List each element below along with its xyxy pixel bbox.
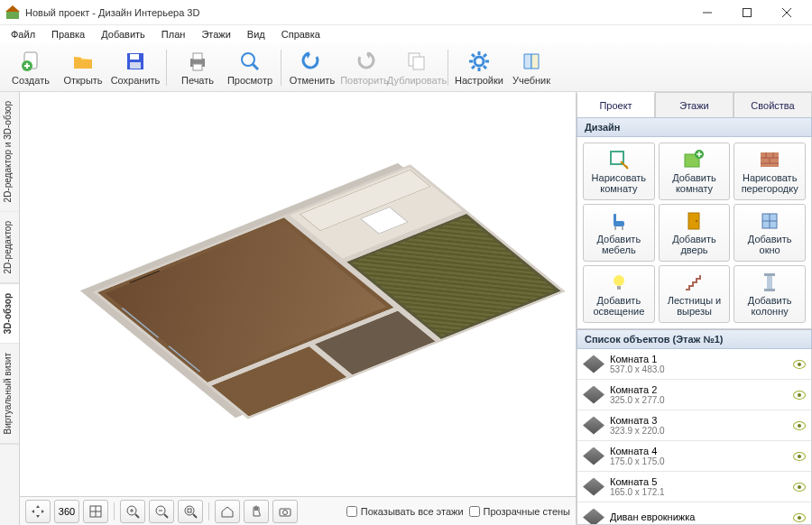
save-button[interactable]: Сохранить xyxy=(110,45,161,90)
svg-rect-0 xyxy=(6,11,19,19)
visibility-icon[interactable] xyxy=(793,391,806,400)
object-row[interactable]: Диван еврокнижка xyxy=(577,502,811,525)
separator xyxy=(208,502,209,520)
zoom-out-button[interactable] xyxy=(149,500,174,523)
object-row[interactable]: Комната 4175.0 x 175.0 xyxy=(577,441,811,472)
tutorial-button[interactable]: Учебник xyxy=(506,45,557,90)
checkbox-input[interactable] xyxy=(346,506,357,517)
redo-icon xyxy=(353,50,376,73)
checkbox-input[interactable] xyxy=(469,506,480,517)
object-name: Комната 1 xyxy=(610,354,788,364)
object-row[interactable]: Комната 5165.0 x 172.1 xyxy=(577,472,811,502)
object-text: Комната 1537.0 x 483.0 xyxy=(610,354,788,374)
grid-toggle-button[interactable] xyxy=(83,500,108,523)
design-label: Добавить окно xyxy=(736,234,803,255)
object-dimensions: 325.0 x 277.0 xyxy=(610,395,788,405)
object-list[interactable]: Комната 1537.0 x 483.0 Комната 2325.0 x … xyxy=(577,349,812,525)
minimize-button[interactable] xyxy=(687,1,727,24)
print-button[interactable]: Печать xyxy=(172,45,223,90)
view-tab[interactable]: 2D-редактор xyxy=(0,212,19,284)
view-tab[interactable]: 3D-обзор xyxy=(0,284,19,344)
menu-этажи[interactable]: Этажи xyxy=(194,27,237,41)
checkbox-Прозрачные стены[interactable]: Прозрачные стены xyxy=(469,506,570,517)
view-tab[interactable]: Виртуальный визит xyxy=(0,344,19,445)
design-bulb-button[interactable]: Добавить освещение xyxy=(583,265,655,323)
design-label: Нарисовать комнату xyxy=(586,172,652,194)
panel-tab-Этажи[interactable]: Этажи xyxy=(655,92,734,117)
design-draw-room-button[interactable]: Нарисовать комнату xyxy=(583,143,655,200)
svg-line-24 xyxy=(484,66,486,69)
menu-правка[interactable]: Правка xyxy=(44,27,92,41)
view-tab[interactable]: 2D-редактор и 3D-обзор xyxy=(0,92,19,212)
create-button[interactable]: Создать xyxy=(5,45,56,90)
zoom-in-button[interactable] xyxy=(120,500,145,523)
book-icon xyxy=(520,50,543,73)
design-column-button[interactable]: Добавить колонну xyxy=(734,265,806,323)
camera-button[interactable] xyxy=(272,500,298,523)
settings-button[interactable]: Настройки xyxy=(454,45,504,90)
gear-icon xyxy=(467,50,491,73)
menu-справка[interactable]: Справка xyxy=(274,27,328,41)
undo-button[interactable]: Отменить xyxy=(287,45,337,90)
design-label: Нарисовать перегородку xyxy=(736,172,803,194)
design-door-button[interactable]: Добавить дверь xyxy=(659,204,731,262)
preview-button[interactable]: Просмотр xyxy=(225,45,275,90)
draw-room-icon xyxy=(608,149,630,170)
visibility-icon[interactable] xyxy=(793,513,806,522)
undo-icon xyxy=(300,50,324,73)
room-icon xyxy=(583,386,604,404)
design-grid: Нарисовать комнатуДобавить комнатуНарисо… xyxy=(577,137,812,329)
design-add-room-button[interactable]: Добавить комнату xyxy=(659,143,731,200)
visibility-icon[interactable] xyxy=(793,483,806,492)
design-window-button[interactable]: Добавить окно xyxy=(734,204,806,262)
svg-point-60 xyxy=(614,275,624,286)
room-5 xyxy=(310,308,440,377)
hand-button[interactable] xyxy=(244,500,269,523)
close-button[interactable] xyxy=(767,1,807,24)
chair-icon xyxy=(608,210,630,232)
design-chair-button[interactable]: Добавить мебель xyxy=(583,204,655,262)
visibility-icon[interactable] xyxy=(793,452,806,461)
svg-point-56 xyxy=(696,220,697,222)
maximize-button[interactable] xyxy=(727,1,767,24)
visibility-icon[interactable] xyxy=(793,360,806,369)
checkbox-Показывать все этажи[interactable]: Показывать все этажи xyxy=(346,506,464,517)
toolbar-label: Дублировать xyxy=(387,75,447,86)
design-label: Добавить дверь xyxy=(661,234,728,255)
svg-rect-61 xyxy=(617,286,621,290)
svg-point-37 xyxy=(185,506,194,515)
menu-файл[interactable]: Файл xyxy=(4,27,42,41)
object-text: Комната 5165.0 x 172.1 xyxy=(610,476,788,497)
toolbar-label: Отменить xyxy=(290,75,335,86)
object-dimensions: 537.0 x 483.0 xyxy=(610,364,788,374)
svg-rect-3 xyxy=(743,8,752,16)
toolbar-label: Печать xyxy=(181,75,214,86)
menu-вид[interactable]: Вид xyxy=(240,27,272,41)
room-icon xyxy=(583,478,604,496)
bulb-icon xyxy=(608,272,630,293)
design-wall-button[interactable]: Нарисовать перегородку xyxy=(734,143,806,200)
3d-viewport[interactable] xyxy=(20,92,576,496)
object-row[interactable]: Комната 1537.0 x 483.0 xyxy=(577,349,811,380)
menu-добавить[interactable]: Добавить xyxy=(94,27,152,41)
panel-tab-Свойства[interactable]: Свойства xyxy=(734,92,812,117)
fit-button[interactable] xyxy=(178,500,203,523)
object-row[interactable]: Комната 2325.0 x 277.0 xyxy=(577,380,811,410)
add-room-icon xyxy=(683,149,705,170)
object-row[interactable]: Комната 3323.9 x 220.0 xyxy=(577,410,811,441)
panel-tab-Проект[interactable]: Проект xyxy=(577,92,655,117)
visibility-icon[interactable] xyxy=(793,421,806,430)
svg-rect-12 xyxy=(193,53,202,60)
menu-план[interactable]: План xyxy=(154,27,193,41)
window xyxy=(168,344,207,372)
design-stairs-button[interactable]: Лестницы и вырезы xyxy=(659,265,731,323)
open-button[interactable]: Открыть xyxy=(58,45,108,90)
360-button[interactable]: 360 xyxy=(54,500,79,523)
home-button[interactable] xyxy=(215,500,240,523)
svg-rect-52 xyxy=(614,214,616,223)
arrows-button[interactable] xyxy=(25,500,51,523)
object-dimensions: 165.0 x 172.1 xyxy=(610,487,788,497)
design-header: Дизайн xyxy=(577,117,812,137)
toolbar-label: Создать xyxy=(12,75,50,86)
titlebar: Новый проект - Дизайн Интерьера 3D xyxy=(0,0,812,25)
